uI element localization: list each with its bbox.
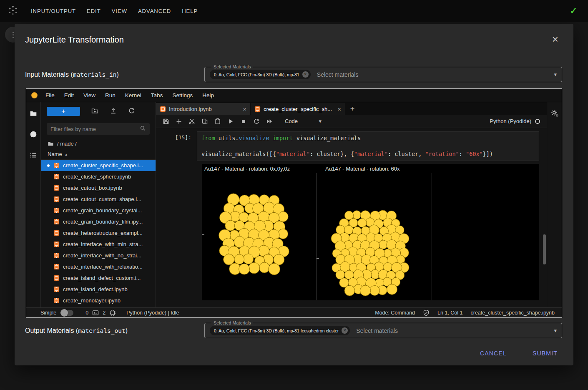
top-menu-item[interactable]: INPUT/OUTPUT [30,5,77,17]
stop-kernel-icon[interactable] [240,118,247,125]
jupyter-kernel-logo-icon [31,92,38,98]
file-name: create_heterostructure_exampl... [63,230,143,236]
notebook-scrollbar[interactable] [543,234,546,264]
command-mode-text[interactable]: Mode: Command [375,310,415,316]
cursor-position-text[interactable]: Ln 1, Col 1 [437,310,462,316]
upload-icon[interactable] [110,107,117,116]
cell-editor[interactable]: from utils.visualize import visualize_ma… [197,131,539,161]
file-row[interactable]: create_monolayer.ipynb [41,295,156,306]
file-filter-input[interactable] [50,126,140,132]
output-material-chip[interactable]: 0: Au, Gold, FCC (Fm-3m) 3D (Bulk), mp-8… [210,326,350,335]
file-browser-icon[interactable] [30,110,37,119]
notebook-icon [53,275,60,281]
file-name: create_island_defect.ipynb [63,286,128,292]
sort-ascending-icon[interactable]: ▲ [65,153,68,156]
cell-type-select[interactable]: Code ▾ [285,118,322,124]
settings-gear-icon[interactable] [550,109,559,307]
top-menu-item[interactable]: EDIT [86,5,102,17]
dropdown-caret-icon[interactable]: ▾ [554,327,557,334]
file-row[interactable]: create_interface_with_min_stra... [41,239,156,250]
jupyter-menu-item[interactable]: Help [202,92,214,98]
chip-remove-icon[interactable]: × [342,327,348,334]
kernel-status-icon[interactable] [535,119,540,124]
top-menu-item[interactable]: VIEW [111,5,128,17]
code-cell[interactable]: [15]: from utils.visualize import visual… [156,131,539,161]
active-file-name[interactable]: create_cluster_specific_shape.ipynb [470,310,555,316]
name-column-header[interactable]: Name [48,151,62,157]
kernel-name[interactable]: Python (Pyodide) [490,118,531,124]
output-plot-title: Au147 - Material - rotation: 60x [325,164,400,173]
file-row[interactable]: create_cutout_custom_shape.i... [41,194,156,205]
simple-mode-toggle[interactable] [61,310,73,316]
editor-tab[interactable]: Introduction.ipynb× [156,103,251,115]
restart-kernel-icon[interactable] [253,118,260,125]
tab-label: Introduction.ipynb [169,106,240,112]
top-menu-item[interactable]: ADVANCED [137,5,172,17]
input-materials-label-prefix: Input Materials ( [25,71,73,78]
cut-cell-icon[interactable] [188,118,195,125]
terminals-count[interactable]: 0 [85,310,88,316]
refresh-icon[interactable] [128,107,135,116]
jupyter-menu-item[interactable]: Run [105,92,116,98]
output-materials-field-label: Selected Materials [211,320,253,325]
file-row[interactable]: create_cutout_box.ipynb [41,182,156,194]
file-name: create_grain_boundary_crystal... [63,207,142,214]
terminal-icon [92,309,99,316]
add-tab-icon[interactable]: + [345,103,359,115]
new-folder-icon[interactable] [91,107,98,116]
file-row[interactable]: create_interface_with_relaxatio... [41,261,156,272]
jupyter-menu-item[interactable]: Settings [172,92,193,98]
jupyter-main-area: Introduction.ipynb×create_cluster_specif… [156,102,562,307]
chip-remove-icon[interactable]: × [302,71,309,78]
search-icon [140,125,146,133]
input-material-chip[interactable]: 0: Au, Gold, FCC (Fm-3m) 3D (Bulk), mp-8… [210,70,311,79]
editor-tab[interactable]: create_cluster_specific_sh...× [251,103,345,115]
insert-cell-icon[interactable] [176,118,182,125]
cancel-button[interactable]: CANCEL [477,347,510,359]
run-all-cells-icon[interactable] [266,118,273,125]
jupyter-menu-item[interactable]: Kernel [125,92,141,98]
jupyter-menu-item[interactable]: Tabs [151,92,163,98]
file-row[interactable]: create_heterostructure_exampl... [41,227,156,239]
material-visualization[interactable] [202,173,539,300]
file-row[interactable]: create_interface_with_no_strai... [41,250,156,261]
file-row[interactable]: create_grain_boundary_crystal... [41,205,156,216]
dropdown-caret-icon[interactable]: ▾ [554,71,557,78]
paste-cell-icon[interactable] [214,118,221,125]
file-list: create_cluster_specific_shape.i...create… [41,160,156,307]
tab-close-icon[interactable]: × [337,106,341,113]
file-row[interactable]: create_cluster_sphere.ipynb [41,171,156,182]
file-filter-box[interactable] [47,123,150,135]
table-of-contents-icon[interactable] [30,151,37,161]
file-row[interactable]: create_island_defect_custom.i... [41,272,156,284]
new-launcher-button[interactable]: + [47,107,80,116]
copy-cell-icon[interactable] [201,118,208,125]
file-list-header[interactable]: Name ▲ [41,149,156,160]
dialog-close-icon[interactable]: × [552,34,558,45]
kernels-count[interactable]: 2 [103,310,106,316]
save-icon[interactable] [163,118,169,125]
top-menu-item[interactable]: HELP [181,5,199,17]
apply-check-icon[interactable]: ✓ [570,6,577,16]
output-materials-label: Output Materials (materials_out) [25,323,128,338]
breadcrumb[interactable]: / made / [41,138,156,149]
app-logo-icon[interactable] [8,5,18,17]
file-row[interactable]: create_island_defect.ipynb [41,284,156,295]
jupyter-menu-item[interactable]: File [45,92,55,98]
notebook-icon [53,185,60,191]
run-cell-icon[interactable] [227,118,234,125]
kernel-status-text[interactable]: Python (Pyodide) | Idle [126,310,179,316]
jupyter-menu-item[interactable]: View [83,92,95,98]
output-materials-select[interactable]: Selected Materials 0: Au, Gold, FCC (Fm-… [204,323,562,338]
running-sessions-icon[interactable] [30,131,37,140]
file-browser-panel: + [40,102,156,307]
notebook-icon [53,207,60,214]
tab-close-icon[interactable]: × [243,106,246,113]
submit-button[interactable]: SUBMIT [529,347,561,359]
output-plot-title: Au147 - Material - rotation: 0x,0y,0z [204,164,290,173]
notebook-icon [53,162,60,169]
jupyter-menu-item[interactable]: Edit [64,92,74,98]
file-row[interactable]: create_cluster_specific_shape.i... [41,160,156,171]
input-materials-select[interactable]: Selected Materials 0: Au, Gold, FCC (Fm-… [204,67,562,82]
file-row[interactable]: create_grain_boundary_film.ipy... [41,216,156,227]
